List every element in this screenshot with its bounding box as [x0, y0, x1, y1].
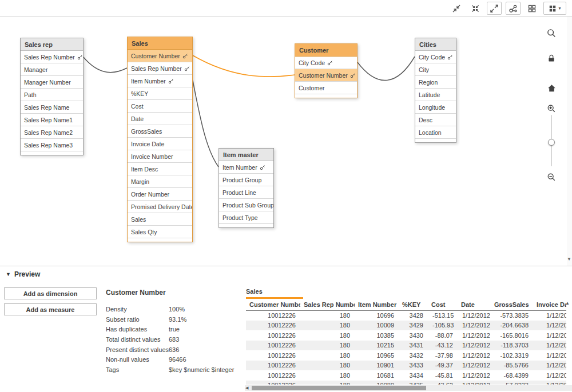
- field-sales-rep-number[interactable]: Sales Rep Number: [128, 62, 192, 75]
- canvas-tool-rail: [543, 17, 559, 266]
- table-cell: 180: [300, 321, 355, 331]
- field-region[interactable]: Region: [415, 76, 456, 89]
- field-customer-number[interactable]: Customer Number: [128, 50, 192, 62]
- field-desc[interactable]: Desc: [415, 114, 456, 126]
- horizontal-scroll-thumb[interactable]: [252, 386, 426, 390]
- canvas-vertical-scrollbar[interactable]: ▼: [567, 17, 572, 266]
- column-header-cost[interactable]: Cost: [428, 299, 458, 310]
- field-sales-rep-name2[interactable]: Sales Rep Name2: [21, 126, 83, 139]
- field-sales[interactable]: Sales: [128, 213, 192, 226]
- field-sales-rep-name1[interactable]: Sales Rep Name1: [21, 114, 83, 126]
- field-manager-number[interactable]: Manager Number: [21, 76, 83, 89]
- field-invoice-date[interactable]: Invoice Date: [128, 138, 192, 150]
- field-sales-rep-name3[interactable]: Sales Rep Name3: [21, 139, 83, 151]
- field-location[interactable]: Location: [415, 126, 456, 139]
- column-header-grosssales[interactable]: GrossSales: [491, 299, 533, 310]
- table-title-sales-rep[interactable]: Sales rep: [21, 38, 83, 51]
- field-label: City: [419, 66, 429, 73]
- field-cost[interactable]: Cost: [128, 100, 192, 113]
- zoom-slider[interactable]: [543, 115, 559, 166]
- table-cell: 10696: [355, 310, 399, 321]
- table-cell: 10681: [355, 370, 399, 381]
- model-table-sales-rep[interactable]: Sales repSales Rep NumberManagerManager …: [20, 38, 84, 155]
- field-label: %KEY: [131, 90, 148, 97]
- model-table-sales[interactable]: SalesCustomer NumberSales Rep NumberItem…: [127, 37, 193, 242]
- field-key[interactable]: %KEY: [128, 87, 192, 100]
- auto-layout-button[interactable]: [525, 2, 539, 15]
- preview-table-tab[interactable]: Sales: [246, 287, 303, 299]
- table-cell: 3433: [399, 361, 428, 371]
- preview-title: Preview: [14, 270, 40, 278]
- field-city[interactable]: City: [415, 63, 456, 76]
- field-product-sub-group[interactable]: Product Sub Group: [219, 199, 273, 211]
- field-product-line[interactable]: Product Line: [219, 186, 273, 199]
- field-label: Product Type: [223, 214, 258, 221]
- column-header-item-number[interactable]: Item Number: [355, 299, 399, 310]
- preview-collapse-toggle[interactable]: ▼ Preview: [0, 266, 572, 282]
- table-cell: 10080: [355, 381, 399, 385]
- field-sales-rep-number[interactable]: Sales Rep Number: [21, 51, 83, 63]
- add-as-dimension-button[interactable]: Add as dimension: [4, 287, 97, 299]
- field-city-code[interactable]: City Code: [295, 57, 357, 69]
- column-header-customer-number[interactable]: Customer Number: [246, 299, 300, 310]
- field-longitude[interactable]: Longitude: [415, 101, 456, 114]
- table-cell: 10901: [355, 361, 399, 371]
- model-table-item-master[interactable]: Item masterItem NumberProduct GroupProdu…: [219, 148, 274, 228]
- lock-button[interactable]: [543, 51, 559, 66]
- preview-scroll-up-icon[interactable]: ▲: [565, 301, 570, 306]
- home-button[interactable]: [543, 81, 559, 95]
- column-header-date[interactable]: Date: [458, 299, 491, 310]
- table-cell: 180: [300, 350, 355, 361]
- field-product-group[interactable]: Product Group: [219, 174, 273, 186]
- field-latitude[interactable]: Latitude: [415, 89, 456, 101]
- table-title-customer[interactable]: Customer: [295, 44, 357, 57]
- field-product-type[interactable]: Product Type: [219, 211, 273, 224]
- field-city-code[interactable]: City Code: [415, 51, 456, 63]
- stat-value: 93.1%: [169, 315, 242, 325]
- table-title-cities[interactable]: Cities: [415, 38, 456, 51]
- collapse-all-button[interactable]: [468, 2, 483, 15]
- view-menu-button[interactable]: ▾: [543, 2, 566, 15]
- column-header-invoice-date[interactable]: Invoice Date: [533, 299, 566, 310]
- show-linked-fields-button[interactable]: [506, 2, 521, 15]
- preview-horizontal-scrollbar[interactable]: ◀: [245, 385, 572, 391]
- collapse-selection-button[interactable]: [449, 2, 464, 15]
- model-table-customer[interactable]: CustomerCity CodeCustomer NumberCustomer: [295, 43, 357, 98]
- key-icon: [182, 53, 188, 59]
- field-margin[interactable]: Margin: [128, 175, 192, 188]
- table-cell: 1/12/2012: [533, 310, 566, 321]
- field-item-number[interactable]: Item Number: [128, 75, 192, 87]
- zoom-in-button[interactable]: [543, 101, 559, 116]
- table-title-item-master[interactable]: Item master: [219, 149, 273, 161]
- search-button[interactable]: [543, 26, 559, 41]
- field-item-desc[interactable]: Item Desc: [128, 163, 192, 175]
- zoom-slider-handle[interactable]: [548, 139, 555, 146]
- model-canvas[interactable]: ▼ Sales repSales Rep NumberManagerManage…: [0, 17, 572, 266]
- field-customer[interactable]: Customer: [295, 82, 357, 94]
- column-header-sales-rep-number[interactable]: Sales Rep Number: [300, 299, 355, 310]
- field-sales-rep-name[interactable]: Sales Rep Name: [21, 101, 83, 114]
- field-date[interactable]: Date: [128, 113, 192, 125]
- field-item-number[interactable]: Item Number: [219, 161, 273, 174]
- table-cell: 1/12/2012: [458, 341, 491, 351]
- field-customer-number[interactable]: Customer Number: [295, 69, 357, 82]
- scroll-down-icon[interactable]: ▼: [567, 257, 571, 262]
- field-promised-delivery-date[interactable]: Promised Delivery Date: [128, 201, 192, 213]
- stat-label: Tags: [106, 365, 169, 375]
- column-header-key[interactable]: %KEY: [399, 299, 428, 310]
- add-as-measure-button[interactable]: Add as measure: [4, 303, 97, 315]
- field-manager[interactable]: Manager: [21, 63, 83, 76]
- zoom-out-button[interactable]: [543, 170, 559, 185]
- field-invoice-number[interactable]: Invoice Number: [128, 150, 192, 163]
- preview-actions: Add as dimension Add as measure: [4, 287, 97, 319]
- scroll-left-icon[interactable]: ◀: [245, 386, 248, 390]
- model-table-cities[interactable]: CitiesCity CodeCityRegionLatitudeLongitu…: [415, 38, 456, 143]
- field-path[interactable]: Path: [21, 89, 83, 101]
- field-grosssales[interactable]: GrossSales: [128, 125, 192, 138]
- field-sales-qty[interactable]: Sales Qty: [128, 226, 192, 238]
- field-order-number[interactable]: Order Number: [128, 188, 192, 201]
- expand-all-button[interactable]: [487, 2, 502, 15]
- stat-subset-ratio: Subset ratio93.1%: [106, 315, 242, 325]
- table-cell: 1/12/2012: [533, 341, 566, 351]
- table-title-sales[interactable]: Sales: [128, 37, 192, 50]
